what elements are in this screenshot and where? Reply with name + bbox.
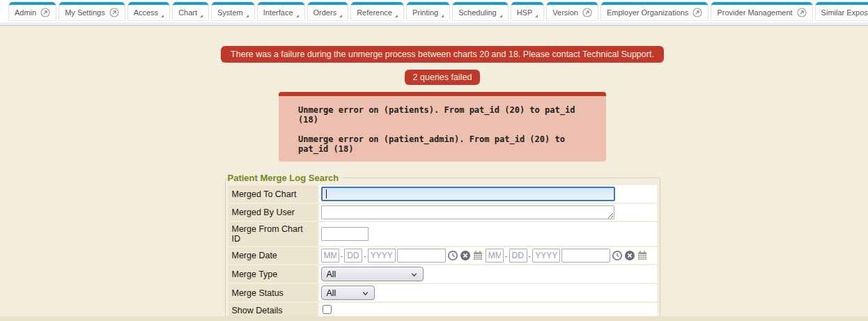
tab-label: Access [134,8,158,17]
tab-label: Orders [313,8,337,17]
tab-provider-management[interactable]: Provider Management [711,2,812,20]
page-bottom-strip [0,316,868,321]
external-link-icon [582,8,592,17]
unmerge-error-line: Unmerge error on (patients). From pat_id… [298,105,599,125]
tab-orders[interactable]: Orders [308,2,348,20]
table-row: Merge From Chart ID [228,222,657,246]
merge-date-to-month-input[interactable] [486,249,504,263]
tab-label: Scheduling [458,8,496,17]
tab-system[interactable]: System [212,2,254,20]
merge-date-range: - - - - [321,249,655,263]
external-link-icon [692,8,702,17]
merge-date-to-time-input[interactable] [561,249,610,263]
chevron-down-icon [362,290,369,297]
table-row: Merged To Chart [228,185,657,203]
dropdown-caret-icon [296,15,299,17]
dropdown-caret-icon [441,15,444,17]
merged-by-user-textarea[interactable] [321,205,614,219]
date-separator: - [505,251,508,260]
tab-label: Chart [178,8,197,17]
tab-similar-exposure-groups[interactable]: Similar Exposure Groups (SEGs) [816,2,868,20]
dropdown-caret-icon [200,15,203,17]
merge-date-label: Merge Date [228,247,318,264]
merge-date-from-year-input[interactable] [368,249,396,263]
chevron-down-icon [410,271,418,279]
tab-label: Version [552,8,578,17]
admin-tab-bar: Admin My Settings Access Chart System In… [0,0,868,22]
clear-date-icon[interactable] [460,250,471,261]
merge-type-label: Merge Type [228,265,318,283]
calendar-icon[interactable] [472,250,483,261]
merge-date-from-month-input[interactable] [321,249,339,263]
dropdown-caret-icon [395,15,398,17]
show-details-checkbox[interactable] [323,305,332,314]
tab-admin[interactable]: Admin [9,2,56,20]
merge-from-chart-id-label: Merge From Chart ID [228,222,318,246]
tab-label: Interface [263,8,293,17]
calendar-icon[interactable] [637,250,648,261]
tab-access[interactable]: Access [128,2,169,20]
clock-icon[interactable] [447,250,458,261]
external-link-icon [109,8,119,17]
table-row: Merge Type All [228,265,657,283]
date-separator: - [529,251,532,260]
dropdown-caret-icon [246,15,249,17]
table-row: Merge Status All [228,284,657,302]
merge-type-selected-value: All [327,269,336,279]
merge-status-label: Merge Status [228,284,318,302]
tab-version[interactable]: Version [547,2,598,20]
queries-failed-badge: 2 queries failed [405,70,481,85]
tab-printing[interactable]: Printing [407,2,449,20]
page-content: There was a failure during the unmerge p… [0,26,868,321]
external-link-icon [40,8,50,17]
tab-label: Reference [357,8,392,17]
tab-interface[interactable]: Interface [258,2,304,20]
tab-label: Similar Exposure Groups (SEGs) [821,8,868,17]
tab-my-settings[interactable]: My Settings [59,2,124,20]
clock-icon[interactable] [612,250,623,261]
date-separator: - [341,251,343,260]
tab-hsp[interactable]: HSP [511,2,544,20]
tab-label: HSP [517,8,533,17]
tab-employer-organizations[interactable]: Employer Organizations [601,2,708,20]
unmerge-error-line: Unmerge error on (patient_admin). From p… [298,134,599,154]
table-row: Merged By User [228,204,657,221]
dropdown-caret-icon [499,15,502,17]
merge-date-from-time-input[interactable] [397,249,446,263]
clear-date-icon[interactable] [624,250,635,261]
tab-label: My Settings [65,8,104,17]
text-cursor [326,189,327,198]
merge-date-to-year-input[interactable] [532,249,560,263]
date-separator: - [364,251,366,260]
merge-status-selected-value: All [327,288,336,298]
table-row: Merge Date - - [228,247,657,264]
tab-scheduling[interactable]: Scheduling [453,2,507,20]
merge-from-chart-id-input[interactable] [321,227,369,241]
merge-type-select[interactable]: All [321,267,424,281]
dropdown-caret-icon [339,15,342,17]
merge-date-from-day-input[interactable] [344,249,362,263]
merged-to-chart-input[interactable] [321,187,615,201]
unmerge-failure-banner: There was a failure during the unmerge p… [221,46,664,63]
dropdown-caret-icon [161,15,164,17]
merged-to-chart-label: Merged To Chart [228,185,318,203]
tab-label: Employer Organizations [607,8,688,17]
merge-date-to-day-input[interactable] [509,249,527,263]
tab-label: Admin [15,8,36,17]
dropdown-caret-icon [535,15,538,17]
tab-chart[interactable]: Chart [173,2,208,20]
patient-merge-log-search-form: Patient Merge Log Search Merged To Chart… [225,173,660,321]
external-link-icon [797,8,807,17]
tab-reference[interactable]: Reference [351,2,403,20]
merge-status-select[interactable]: All [321,285,375,300]
merged-by-user-label: Merged By User [228,204,318,221]
tab-label: Printing [412,8,438,17]
tab-label: Provider Management [717,8,792,17]
form-title: Patient Merge Log Search [227,173,343,183]
tab-label: System [217,8,243,17]
unmerge-error-panel: Unmerge error on (patients). From pat_id… [279,92,606,162]
